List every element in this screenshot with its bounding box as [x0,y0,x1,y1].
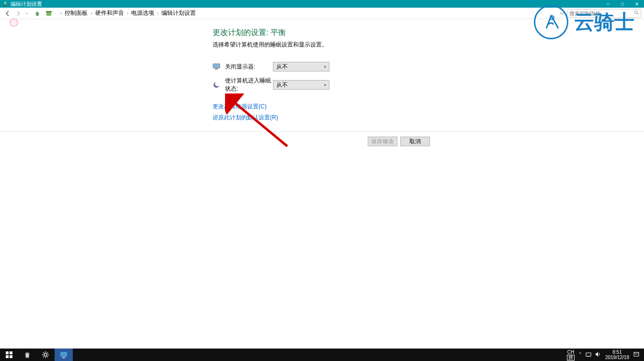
window-maximize-button[interactable]: □ [615,0,630,8]
sleep-value: 从不 [276,81,288,89]
button-row: 保存修改 取消 [213,137,430,146]
search-box [567,9,641,18]
svg-rect-19 [62,357,65,358]
category-icon [45,10,53,17]
save-button[interactable]: 保存修改 [368,137,397,146]
svg-rect-1 [4,5,7,6]
system-tray: CH 拼 ˄ 8:51 2019/12/18 [565,349,644,361]
divider [0,131,644,132]
svg-rect-18 [60,352,67,357]
display-off-value: 从不 [276,63,288,71]
breadcrumb-sep-icon: › [89,11,94,16]
refresh-dropdown-icon[interactable] [559,11,565,16]
window-title: 编辑计划设置 [11,0,601,8]
setting-row-display: 关闭显示器: 从不 ▾ [213,61,452,72]
svg-rect-6 [213,64,220,68]
breadcrumb-power-options[interactable]: 电源选项 [130,9,155,17]
page-title: 更改计划的设置: 平衡 [213,28,452,38]
svg-point-9 [215,82,220,86]
svg-line-5 [637,13,639,15]
links-section: 更改高级电源设置(C) 还原此计划的默认设置(R) [213,103,452,122]
moon-icon [213,81,220,89]
taskbar: CH 拼 ˄ 8:51 2019/12/18 [0,349,644,361]
date-text: 2019/12/18 [605,355,629,360]
svg-rect-15 [10,355,12,358]
svg-rect-20 [586,353,591,356]
restore-defaults-link[interactable]: 还原此计划的默认设置(R) [213,114,452,122]
up-button[interactable] [34,10,41,17]
notifications-icon[interactable] [632,351,641,358]
breadcrumb-edit-plan[interactable]: 编辑计划设置 [160,9,197,17]
setting-row-sleep: 使计算机进入睡眠状态: 从不 ▾ [213,80,452,90]
toolbar: › 控制面板 › 硬件和声音 › 电源选项 › 编辑计划设置 [0,8,644,19]
taskbar-app-recycle[interactable] [18,349,36,361]
content-area: 更改计划的设置: 平衡 选择希望计算机使用的睡眠设置和显示设置。 关闭显示器: … [0,19,644,146]
svg-point-17 [44,353,47,356]
history-dropdown[interactable] [24,9,30,18]
back-button[interactable] [3,9,12,18]
svg-rect-2 [46,12,51,16]
taskbar-app-settings[interactable] [36,349,55,361]
breadcrumb: › 控制面板 › 硬件和声音 › 电源选项 › 编辑计划设置 [58,9,197,17]
ime-language[interactable]: CH 拼 [565,349,577,361]
highlight-indicator-icon [10,18,18,27]
breadcrumb-hardware-sound[interactable]: 硬件和声音 [94,9,125,17]
app-icon [2,1,8,7]
page-description: 选择希望计算机使用的睡眠设置和显示设置。 [213,41,452,49]
breadcrumb-sep-icon: › [155,11,160,16]
time-text: 8:51 [612,349,621,355]
chevron-down-icon: ▾ [324,65,326,69]
display-off-label: 关闭显示器: [225,63,273,71]
svg-rect-0 [4,1,6,5]
start-button[interactable] [0,349,18,361]
breadcrumb-control-panel[interactable]: 控制面板 [64,9,89,17]
window-close-button[interactable]: ✕ [630,0,644,8]
breadcrumb-sep-icon: › [58,11,64,16]
clock[interactable]: 8:51 2019/12/18 [603,349,632,360]
search-input[interactable] [567,9,641,18]
svg-rect-7 [215,69,218,70]
search-icon[interactable] [634,10,639,17]
svg-rect-21 [588,356,589,357]
chevron-down-icon: ▾ [324,83,326,87]
svg-point-4 [635,11,638,13]
sleep-dropdown[interactable]: 从不 ▾ [273,80,329,90]
sleep-label: 使计算机进入睡眠状态: [225,77,273,93]
display-off-dropdown[interactable]: 从不 ▾ [273,62,329,71]
forward-button[interactable] [13,9,23,18]
window-minimize-button[interactable]: ─ [601,0,615,8]
tray-chevron-up-icon[interactable]: ˄ [577,352,584,358]
svg-rect-13 [10,351,12,354]
svg-rect-14 [6,355,9,358]
svg-rect-3 [46,11,52,12]
svg-rect-12 [6,351,9,354]
window-titlebar: 编辑计划设置 ─ □ ✕ [0,0,644,8]
svg-rect-16 [26,352,29,353]
network-icon[interactable] [584,351,593,358]
taskbar-app-control-panel[interactable] [55,349,73,361]
volume-icon[interactable] [593,351,603,358]
advanced-power-settings-link[interactable]: 更改高级电源设置(C) [213,103,452,111]
monitor-icon [213,63,220,70]
cancel-button[interactable]: 取消 [400,137,430,146]
breadcrumb-sep-icon: › [125,11,130,16]
